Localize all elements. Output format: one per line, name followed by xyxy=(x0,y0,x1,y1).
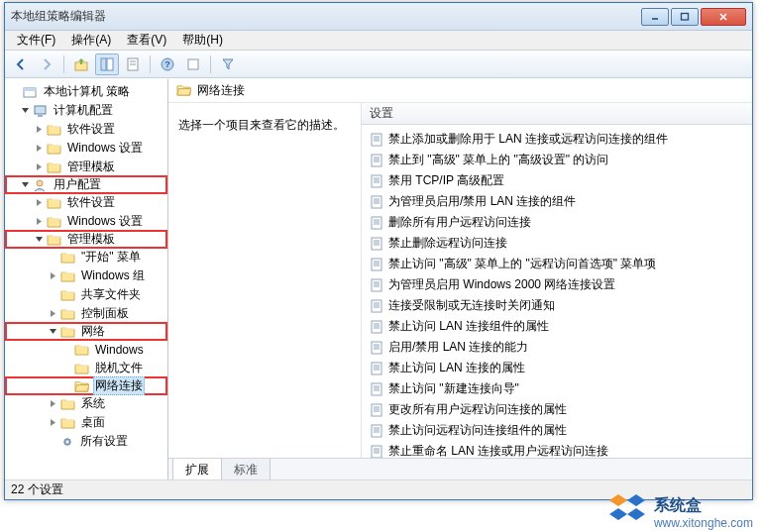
tree-net-windows[interactable]: Windows xyxy=(5,340,167,359)
column-header[interactable]: 设置 xyxy=(362,103,752,125)
list-item[interactable]: 禁止到 "高级" 菜单上的 "高级设置" 的访问 xyxy=(362,150,752,170)
properties-button[interactable] xyxy=(121,53,145,75)
folder-icon xyxy=(47,215,61,228)
svg-rect-12 xyxy=(107,58,113,70)
expander-icon[interactable] xyxy=(9,86,21,98)
expand-icon[interactable] xyxy=(47,398,58,410)
list-item[interactable]: 禁止访问 LAN 连接组件的属性 xyxy=(362,316,752,337)
menu-file[interactable]: 文件(F) xyxy=(9,30,63,51)
tree-net-offline[interactable]: 脱机文件 xyxy=(5,359,167,377)
svg-marker-26 xyxy=(609,508,627,520)
list-item[interactable]: 禁止删除远程访问连接 xyxy=(362,233,752,254)
expand-icon[interactable] xyxy=(33,161,45,173)
description-column: 选择一个项目来查看它的描述。 xyxy=(168,103,362,458)
list-item[interactable]: 禁止重命名 LAN 连接或用户远程访问连接 xyxy=(362,441,752,458)
settings-list[interactable]: 禁止添加或删除用于 LAN 连接或远程访问连接的组件禁止到 "高级" 菜单上的 … xyxy=(362,125,752,458)
list-item[interactable]: 禁止访问 LAN 连接的属性 xyxy=(362,358,752,378)
list-item-label: 更改所有用户远程访问连接的属性 xyxy=(388,401,567,418)
separator xyxy=(150,55,151,73)
export-button[interactable] xyxy=(181,53,205,75)
svg-text:?: ? xyxy=(164,59,170,69)
tree-system[interactable]: 系统 xyxy=(5,394,167,413)
tab-extended[interactable]: 扩展 xyxy=(172,459,222,479)
expand-icon[interactable] xyxy=(47,417,58,429)
list-item-label: 为管理员启用/禁用 LAN 连接的组件 xyxy=(388,193,576,210)
svg-rect-11 xyxy=(101,58,106,70)
tree-uc-windows[interactable]: Windows 设置 xyxy=(5,212,167,231)
setting-icon xyxy=(370,174,383,188)
tree-shared-folders[interactable]: 共享文件夹 xyxy=(5,285,167,304)
watermark-text: 系统盒 www.xitonghe.com xyxy=(654,495,753,530)
list-item[interactable]: 删除所有用户远程访问连接 xyxy=(362,212,752,233)
svg-point-23 xyxy=(37,180,43,186)
content-header: 网络连接 xyxy=(168,79,752,103)
tree-network[interactable]: 网络 xyxy=(5,322,167,341)
setting-icon xyxy=(370,278,383,292)
app-window: 本地组策略编辑器 文件(F) 操作(A) 查看(V) 帮助(H) ? xyxy=(4,2,753,500)
content-area: 选择一个项目来查看它的描述。 设置 禁止添加或删除用于 LAN 连接或远程访问连… xyxy=(168,103,752,458)
menu-action[interactable]: 操作(A) xyxy=(63,30,119,51)
expand-icon[interactable] xyxy=(33,197,45,209)
tab-standard[interactable]: 标准 xyxy=(221,459,271,479)
menu-view[interactable]: 查看(V) xyxy=(119,30,174,51)
setting-icon xyxy=(370,424,383,438)
tree-all-settings[interactable]: 所有设置 xyxy=(5,432,167,451)
list-item[interactable]: 禁止添加或删除用于 LAN 连接或远程访问连接的组件 xyxy=(362,129,752,150)
setting-icon xyxy=(370,382,383,396)
list-item[interactable]: 更改所有用户远程访问连接的属性 xyxy=(362,399,752,420)
expand-icon[interactable] xyxy=(33,216,45,228)
tree-windows-components[interactable]: Windows 组 xyxy=(5,266,167,285)
tree-root[interactable]: 本地计算机 策略 xyxy=(5,82,167,101)
tree-uc-admin[interactable]: 管理模板 xyxy=(5,230,167,249)
show-tree-button[interactable] xyxy=(95,53,119,75)
folder-icon xyxy=(60,251,75,264)
collapse-icon[interactable] xyxy=(19,105,31,117)
menu-help[interactable]: 帮助(H) xyxy=(174,30,231,51)
gear-icon xyxy=(60,435,74,449)
tree-start-menu[interactable]: "开始" 菜单 xyxy=(5,248,167,266)
list-item[interactable]: 禁止访问远程访问连接组件的属性 xyxy=(362,420,752,441)
list-item[interactable]: 启用/禁用 LAN 连接的能力 xyxy=(362,337,752,358)
collapse-icon[interactable] xyxy=(19,179,31,191)
tree-scroll[interactable]: 本地计算机 策略 计算机配置 软件设置 Windows 设置 管理模板 用户配置… xyxy=(5,79,167,479)
list-item-label: 禁用 TCP/IP 高级配置 xyxy=(388,172,504,189)
list-item[interactable]: 连接受限制或无连接时关闭通知 xyxy=(362,295,752,316)
list-item[interactable]: 为管理员启用 Windows 2000 网络连接设置 xyxy=(362,274,752,295)
expand-icon[interactable] xyxy=(33,124,45,136)
expand-icon[interactable] xyxy=(33,143,45,155)
watermark: 系统盒 www.xitonghe.com xyxy=(606,492,753,532)
setting-icon xyxy=(370,258,383,271)
back-button[interactable] xyxy=(9,53,33,75)
filter-button[interactable] xyxy=(216,53,240,75)
policy-icon xyxy=(23,85,38,99)
titlebar: 本地组策略编辑器 xyxy=(5,3,752,31)
tree-computer-config[interactable]: 计算机配置 xyxy=(5,101,167,120)
tree-uc-software[interactable]: 软件设置 xyxy=(5,193,167,212)
tree-user-config[interactable]: 用户配置 xyxy=(5,175,167,194)
expand-icon[interactable] xyxy=(47,308,58,320)
collapse-icon[interactable] xyxy=(47,326,58,338)
list-item[interactable]: 为管理员启用/禁用 LAN 连接的组件 xyxy=(362,191,752,212)
computer-icon xyxy=(33,104,48,118)
list-item-label: 禁止重命名 LAN 连接或用户远程访问连接 xyxy=(388,443,608,458)
maximize-button[interactable] xyxy=(671,8,699,26)
separator xyxy=(210,55,211,73)
tree-cc-admin[interactable]: 管理模板 xyxy=(5,158,167,176)
help-button[interactable]: ? xyxy=(156,53,179,75)
tree-desktop[interactable]: 桌面 xyxy=(5,413,167,432)
collapse-icon[interactable] xyxy=(33,234,45,246)
tree-control-panel[interactable]: 控制面板 xyxy=(5,304,167,323)
list-item[interactable]: 禁止访问 "高级" 菜单上的 "远程访问首选项" 菜单项 xyxy=(362,254,752,274)
list-item[interactable]: 禁止访问 "新建连接向导" xyxy=(362,378,752,399)
tree-cc-windows[interactable]: Windows 设置 xyxy=(5,139,167,158)
svg-marker-25 xyxy=(627,494,645,506)
close-button[interactable] xyxy=(701,8,746,26)
up-button[interactable] xyxy=(69,53,93,75)
tree-cc-software[interactable]: 软件设置 xyxy=(5,120,167,139)
forward-button[interactable] xyxy=(35,53,58,75)
tabs-row: 扩展 标准 xyxy=(168,458,752,479)
expand-icon[interactable] xyxy=(47,270,58,282)
minimize-button[interactable] xyxy=(641,8,669,26)
list-item[interactable]: 禁用 TCP/IP 高级配置 xyxy=(362,170,752,191)
tree-net-connections[interactable]: 网络连接 xyxy=(5,376,167,395)
